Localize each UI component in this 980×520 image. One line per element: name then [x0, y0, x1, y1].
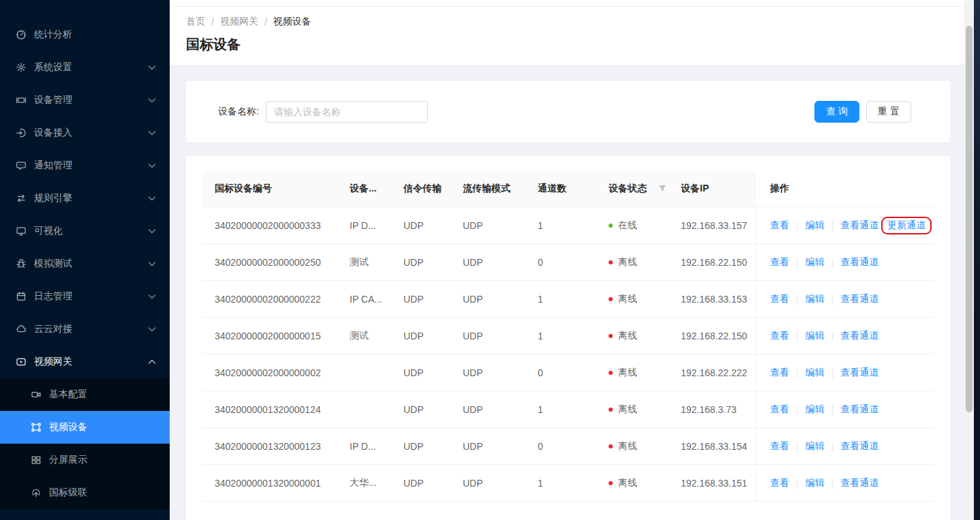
column-header-设备状态: 设备状态 — [609, 183, 681, 195]
op-link-查看通道[interactable]: 查看通道 — [840, 477, 878, 489]
op-separator: | — [796, 367, 799, 378]
status-dot — [609, 444, 613, 448]
status-text: 离线 — [618, 367, 637, 379]
object-group-icon — [30, 422, 42, 433]
bug-icon — [15, 258, 27, 270]
sidebar-item-label: 统计分析 — [34, 29, 157, 41]
op-link-查看通道[interactable]: 查看通道 — [840, 330, 878, 342]
breadcrumb-separator: / — [211, 16, 214, 27]
column-header-通道数: 通道数 — [538, 183, 609, 195]
signal-cell: UDP — [403, 294, 463, 305]
ops-fixed-column: 操作 查看|编辑|查看通道更新通道查看|编辑|查看通道查看|编辑|查看通道查看|… — [755, 171, 934, 502]
sidebar-item-日志管理[interactable]: 日志管理 — [0, 280, 170, 313]
sidebar-subitem-分屏展示[interactable]: 分屏展示 — [0, 444, 170, 476]
dashboard-icon — [15, 29, 27, 41]
query-button[interactable]: 查 询 — [814, 101, 859, 123]
sidebar-item-规则引擎[interactable]: 规则引擎 — [0, 182, 170, 215]
monitor-icon — [15, 226, 27, 237]
sidebar-subitem-国标级联[interactable]: 国标级联 — [0, 476, 170, 509]
device-name-input[interactable] — [266, 101, 428, 123]
chevron-down-icon — [146, 291, 157, 303]
op-link-更新通道[interactable]: 更新通道 — [881, 217, 932, 234]
op-separator: | — [831, 367, 834, 378]
op-link-查看[interactable]: 查看 — [770, 477, 789, 489]
video-camera-icon — [30, 389, 42, 401]
device-status-cell: 离线 — [609, 477, 681, 489]
op-link-编辑[interactable]: 编辑 — [806, 219, 825, 232]
page-header: 首页 / 视频网关 / 视频设备 国标设备 — [170, 7, 964, 65]
status-dot — [609, 224, 613, 228]
op-link-编辑[interactable]: 编辑 — [806, 293, 825, 305]
sidebar-item-云云对接[interactable]: 云云对接 — [0, 313, 170, 346]
reset-button[interactable]: 重 置 — [866, 101, 911, 123]
message-icon — [15, 160, 27, 172]
column-header-label: 通道数 — [538, 183, 566, 194]
op-link-查看[interactable]: 查看 — [770, 219, 789, 232]
op-link-查看[interactable]: 查看 — [770, 330, 789, 342]
op-link-编辑[interactable]: 编辑 — [806, 256, 825, 269]
sidebar: 统计分析系统设置设备管理设备接入通知管理规则引擎可视化模拟测试日志管理云云对接视… — [0, 0, 170, 520]
op-link-查看[interactable]: 查看 — [770, 293, 789, 305]
op-link-编辑[interactable]: 编辑 — [806, 477, 825, 489]
sidebar-item-模拟测试[interactable]: 模拟测试 — [0, 247, 170, 280]
status-dot — [609, 481, 613, 485]
status-dot — [609, 334, 613, 338]
op-link-查看[interactable]: 查看 — [770, 367, 789, 379]
op-separator: | — [831, 478, 834, 489]
device-status-cell: 离线 — [609, 440, 681, 453]
op-link-查看[interactable]: 查看 — [770, 440, 789, 453]
sidebar-item-视频网关[interactable]: 视频网关 — [0, 346, 170, 378]
column-header-label: 设备... — [350, 183, 377, 194]
op-separator: | — [831, 220, 834, 231]
status-text: 离线 — [618, 403, 637, 416]
device-status-cell: 离线 — [609, 293, 681, 305]
device-status-cell: 离线 — [609, 256, 681, 269]
op-link-查看通道[interactable]: 查看通道 — [840, 219, 878, 232]
ops-row: 查看|编辑|查看通道 — [756, 244, 934, 281]
breadcrumb-home[interactable]: 首页 — [186, 16, 205, 28]
device-id-cell: 34020000001320000123 — [202, 441, 350, 452]
op-separator: | — [796, 404, 799, 415]
breadcrumb-video-gateway[interactable]: 视频网关 — [220, 16, 258, 28]
device-status-cell: 离线 — [609, 403, 681, 416]
sidebar-item-label: 视频网关 — [34, 356, 146, 368]
device-status-cell: 离线 — [609, 367, 681, 379]
op-link-编辑[interactable]: 编辑 — [806, 367, 825, 379]
sidebar-item-label: 可视化 — [34, 225, 146, 237]
scrollbar-thumb[interactable] — [966, 26, 973, 412]
op-link-查看通道[interactable]: 查看通道 — [840, 256, 878, 269]
sidebar-item-设备管理[interactable]: 设备管理 — [0, 84, 170, 117]
op-link-查看[interactable]: 查看 — [770, 403, 789, 416]
op-link-编辑[interactable]: 编辑 — [806, 440, 825, 453]
op-link-查看[interactable]: 查看 — [770, 256, 789, 269]
device-id-cell: 34020000002000000015 — [202, 331, 350, 341]
sidebar-subitem-基本配置[interactable]: 基本配置 — [0, 378, 170, 411]
signal-cell: UDP — [403, 331, 463, 341]
chevron-down-icon — [146, 127, 157, 139]
op-link-编辑[interactable]: 编辑 — [806, 403, 825, 416]
ops-row: 查看|编辑|查看通道 — [756, 465, 934, 502]
status-dot — [609, 260, 613, 264]
vertical-scrollbar[interactable] — [964, 0, 974, 520]
op-link-查看通道[interactable]: 查看通道 — [840, 293, 878, 305]
sidebar-item-通知管理[interactable]: 通知管理 — [0, 149, 170, 182]
search-buttons: 查 询 重 置 — [814, 101, 911, 123]
signal-cell: UDP — [403, 367, 463, 378]
sidebar-item-统计分析[interactable]: 统计分析 — [0, 18, 170, 51]
column-header-流传输模式: 流传输模式 — [463, 183, 538, 195]
op-separator: | — [796, 257, 799, 268]
device-id-cell: 34020000002000000002 — [202, 367, 350, 378]
device-status-cell: 离线 — [609, 330, 681, 342]
ops-row: 查看|编辑|查看通道 — [756, 391, 934, 428]
status-text: 在线 — [618, 219, 637, 232]
sidebar-item-系统设置[interactable]: 系统设置 — [0, 51, 170, 84]
op-link-查看通道[interactable]: 查看通道 — [840, 440, 878, 453]
op-separator: | — [831, 441, 834, 452]
op-link-查看通道[interactable]: 查看通道 — [840, 367, 878, 379]
device-icon — [15, 95, 27, 106]
op-link-查看通道[interactable]: 查看通道 — [840, 403, 878, 416]
sidebar-subitem-视频设备[interactable]: 视频设备 — [0, 411, 170, 444]
op-link-编辑[interactable]: 编辑 — [806, 330, 825, 342]
sidebar-item-设备接入[interactable]: 设备接入 — [0, 117, 170, 149]
sidebar-item-可视化[interactable]: 可视化 — [0, 215, 170, 247]
